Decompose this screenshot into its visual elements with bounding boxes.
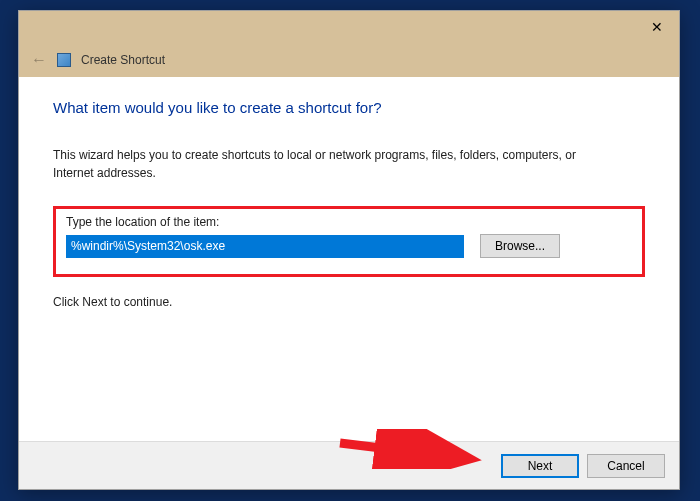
shortcut-wizard-icon	[57, 53, 71, 67]
close-icon: ✕	[651, 19, 663, 35]
location-input[interactable]	[66, 235, 464, 258]
browse-button[interactable]: Browse...	[480, 234, 560, 258]
location-row: Browse...	[66, 234, 632, 258]
location-section-highlight: Type the location of the item: Browse...	[53, 206, 645, 277]
back-arrow-icon: ←	[31, 51, 47, 69]
location-label: Type the location of the item:	[66, 215, 632, 229]
content-area: What item would you like to create a sho…	[19, 77, 679, 441]
page-description: This wizard helps you to create shortcut…	[53, 146, 613, 182]
page-heading: What item would you like to create a sho…	[53, 99, 645, 116]
close-button[interactable]: ✕	[634, 11, 679, 42]
continue-instruction: Click Next to continue.	[53, 295, 645, 309]
cancel-button[interactable]: Cancel	[587, 454, 665, 478]
dialog-title: Create Shortcut	[81, 53, 165, 67]
next-button[interactable]: Next	[501, 454, 579, 478]
dialog-footer: Next Cancel	[19, 441, 679, 489]
titlebar: ✕	[19, 11, 679, 42]
header-bar: ← Create Shortcut	[19, 42, 679, 77]
create-shortcut-dialog: ✕ ← Create Shortcut What item would you …	[18, 10, 680, 490]
